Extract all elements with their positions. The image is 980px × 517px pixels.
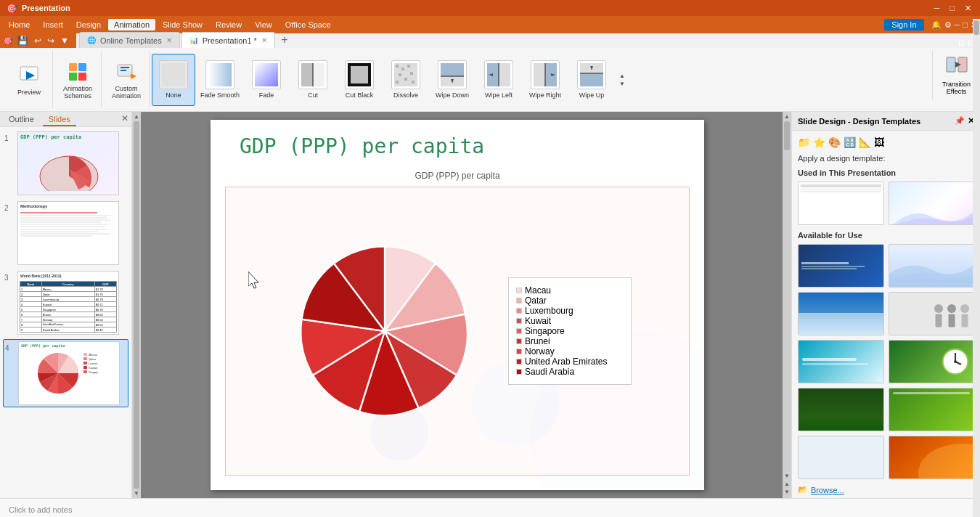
svg-rect-20 bbox=[401, 68, 404, 70]
qa-dropdown[interactable]: ▼ bbox=[59, 36, 70, 46]
browse-button[interactable]: Browse... bbox=[811, 486, 844, 494]
trans-cut-black[interactable]: Cut Black bbox=[338, 54, 381, 106]
tab-presentation1[interactable]: 📊 Presentation1 * ✕ bbox=[181, 32, 275, 48]
custom-animation-button[interactable]: Custom Animation bbox=[107, 59, 145, 101]
trans-fade[interactable]: Fade bbox=[245, 54, 288, 106]
maximize-icon[interactable]: □ bbox=[947, 4, 957, 12]
qa-save[interactable]: 💾 bbox=[16, 36, 30, 46]
svg-text:Luxem.: Luxem. bbox=[89, 362, 98, 365]
template-available-10[interactable] bbox=[889, 436, 975, 479]
template-used-1[interactable] bbox=[798, 182, 884, 225]
svg-rect-48 bbox=[83, 353, 87, 356]
main-vertical-scrollbar[interactable]: ▲ ▼ ▲ ▼ bbox=[783, 112, 791, 498]
legend-kuwait: Kuwait bbox=[516, 316, 624, 326]
preview-button[interactable]: Preview bbox=[10, 59, 48, 101]
chart-legend: Macau Qatar Luxembourg bbox=[508, 277, 632, 385]
trans-none[interactable]: None bbox=[152, 54, 195, 106]
right-panel-scrollbar[interactable] bbox=[973, 112, 980, 498]
browse-icon: 📂 bbox=[798, 485, 808, 494]
template-available-8[interactable] bbox=[889, 388, 975, 431]
menu-animation[interactable]: Animation bbox=[108, 19, 155, 30]
template-available-3[interactable] bbox=[798, 292, 884, 335]
slide-item-3[interactable]: 3 World Bank (2011-2013) RankCountryGDP … bbox=[3, 269, 128, 336]
svg-rect-13 bbox=[301, 63, 313, 86]
tab-online-templates-close[interactable]: ✕ bbox=[166, 36, 172, 44]
template-available-4[interactable] bbox=[889, 292, 975, 335]
trans-cut[interactable]: Cut bbox=[291, 54, 335, 106]
panel-icon-6[interactable]: 🖼 bbox=[874, 137, 884, 148]
trans-cut-icon bbox=[298, 60, 327, 89]
menu-officespace[interactable]: Office Space bbox=[279, 19, 337, 30]
panel-tab-outline[interactable]: Outline bbox=[3, 113, 40, 126]
scroll-up-btn[interactable]: ▲ bbox=[784, 481, 790, 487]
svg-point-59 bbox=[934, 304, 943, 313]
slide-item-1[interactable]: 1 GDP (PPP) per capita bbox=[3, 130, 128, 197]
trans-none-icon bbox=[159, 60, 188, 89]
trans-fade-smooth[interactable]: Fade Smooth bbox=[198, 54, 242, 106]
trans-wipe-right[interactable]: Wipe Right bbox=[523, 54, 567, 106]
panel-icon-5[interactable]: 📐 bbox=[859, 137, 871, 148]
notes-bar[interactable]: Click to add notes bbox=[0, 498, 980, 517]
design-templates-content: 📁 ⭐ 🎨 🔠 📐 🖼 Apply a design template: Use… bbox=[792, 131, 980, 498]
notes-placeholder[interactable]: Click to add notes bbox=[9, 505, 72, 514]
menu-slideshow[interactable]: Slide Show bbox=[157, 19, 208, 30]
legend-brunei-label: Brunei bbox=[525, 336, 550, 346]
transition-effects-button[interactable]: TransitionEffects bbox=[932, 51, 974, 100]
vertical-scrollbar-left[interactable]: ▲ ▼ bbox=[132, 112, 141, 498]
slide-canvas[interactable]: GDP (PPP) per capita GDP (PPP) per capit… bbox=[211, 120, 704, 490]
menu-view[interactable]: View bbox=[249, 19, 278, 30]
svg-rect-12 bbox=[255, 63, 278, 86]
right-panel-pin[interactable]: 📌 bbox=[955, 116, 965, 126]
trans-wipe-left[interactable]: Wipe Left bbox=[477, 54, 520, 106]
tab-online-templates[interactable]: 🌐 Online Templates ✕ bbox=[79, 32, 180, 48]
new-tab-button[interactable]: + bbox=[277, 32, 293, 48]
template-available-5[interactable] bbox=[798, 340, 884, 383]
trans-fade-label: Fade bbox=[259, 91, 274, 99]
menu-design[interactable]: Design bbox=[70, 19, 107, 30]
legend-uae-label: United Arab Emirates bbox=[525, 357, 607, 367]
menu-insert[interactable]: Insert bbox=[37, 19, 69, 30]
menu-review[interactable]: Review bbox=[210, 19, 248, 30]
template-available-1[interactable] bbox=[798, 244, 884, 288]
panel-icon-3[interactable]: 🎨 bbox=[828, 137, 841, 148]
transition-effects-label: TransitionEffects bbox=[942, 81, 971, 95]
close-icon[interactable]: ✕ bbox=[962, 4, 974, 13]
template-available-7[interactable] bbox=[798, 388, 884, 431]
panel-tab-slides[interactable]: Slides bbox=[43, 113, 76, 126]
trans-none-label: None bbox=[166, 91, 181, 99]
sign-in-button[interactable]: Sign In bbox=[884, 19, 923, 30]
panel-icon-2[interactable]: ⭐ bbox=[813, 137, 825, 148]
qa-presentation-icon: 🎯 bbox=[3, 36, 13, 46]
window-minimize[interactable]: ─ bbox=[955, 20, 960, 29]
svg-rect-4 bbox=[69, 73, 77, 81]
scroll-down-btn[interactable]: ▼ bbox=[784, 489, 790, 495]
trans-wipe-up[interactable]: Wipe Up bbox=[570, 54, 613, 106]
panel-icon-1[interactable]: 📁 bbox=[798, 137, 810, 148]
trans-wipe-down[interactable]: Wipe Down bbox=[430, 54, 474, 106]
tab-bar-icon1[interactable]: ⊡ bbox=[958, 38, 965, 48]
window-maximize[interactable]: □ bbox=[963, 20, 968, 29]
qa-undo[interactable]: ↩ bbox=[33, 36, 43, 46]
svg-rect-10 bbox=[162, 63, 185, 86]
template-available-6[interactable] bbox=[889, 340, 975, 383]
template-used-2[interactable] bbox=[889, 182, 975, 225]
svg-rect-28 bbox=[441, 63, 464, 76]
legend-norway: Norway bbox=[516, 346, 624, 357]
menu-home[interactable]: Home bbox=[3, 19, 36, 30]
app-name: Presentation bbox=[22, 4, 70, 12]
panel-icon-4[interactable]: 🔠 bbox=[844, 137, 856, 148]
trans-dissolve[interactable]: Dissolve bbox=[384, 54, 428, 106]
transition-more-button[interactable]: ▲ ▼ bbox=[616, 55, 628, 105]
slide-item-4[interactable]: 4 GDP (PPP) per capita bbox=[3, 339, 128, 407]
section-used-in-presentation: Used in This Presentation bbox=[798, 168, 974, 177]
minimize-icon[interactable]: ─ bbox=[931, 4, 943, 12]
animation-schemes-button[interactable]: Animation Schemes bbox=[59, 59, 97, 101]
tab-presentation-close[interactable]: ✕ bbox=[261, 36, 267, 44]
panel-close-button[interactable]: ✕ bbox=[121, 113, 128, 123]
svg-rect-40 bbox=[580, 73, 603, 86]
qa-redo[interactable]: ↪ bbox=[46, 36, 56, 46]
template-available-2[interactable] bbox=[889, 244, 975, 288]
slide-item-2[interactable]: 2 Methodology bbox=[3, 200, 128, 266]
title-bar-controls[interactable]: ─ □ ✕ bbox=[931, 4, 974, 13]
template-available-9[interactable] bbox=[798, 436, 884, 479]
